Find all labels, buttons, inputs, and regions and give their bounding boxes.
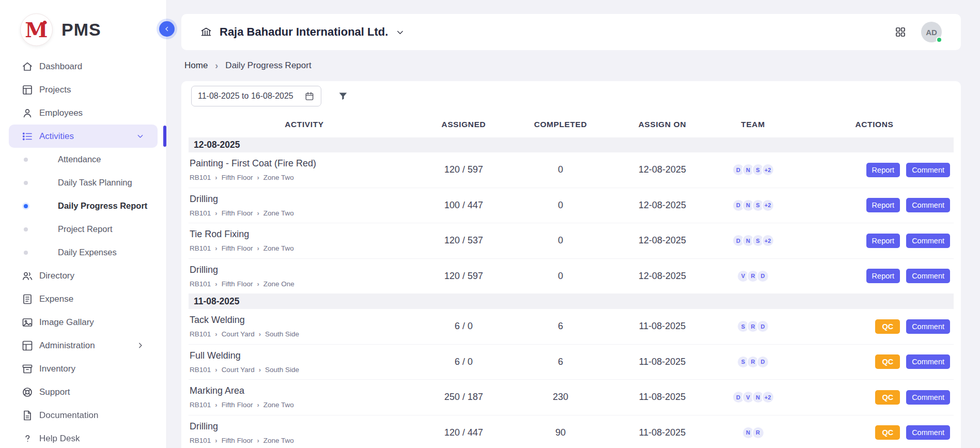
sidebar-collapse-button[interactable]	[159, 21, 175, 37]
activity-name[interactable]: Drilling	[190, 194, 420, 205]
activity-cell: Painting - First Coat (Fire Red) RB101›F…	[189, 158, 420, 181]
comment-button[interactable]: Comment	[906, 198, 950, 212]
sidebar-item-label: Expense	[39, 294, 73, 304]
path-chevron-icon: ›	[215, 174, 217, 181]
topbar: Raja Bahadur International Ltd. AD	[181, 14, 961, 50]
path-segment: South Side	[265, 366, 299, 374]
activity-name[interactable]: Drilling	[190, 265, 420, 275]
sidebar-nav: DashboardProjectsEmployeesActivitiesAtte…	[0, 53, 166, 448]
comment-button[interactable]: Comment	[906, 163, 950, 177]
comment-button[interactable]: Comment	[906, 390, 950, 405]
table-body: 12-08-2025 Painting - First Coat (Fire R…	[189, 137, 954, 448]
activity-name[interactable]: Full Welding	[190, 350, 420, 361]
qc-button[interactable]: QC	[875, 354, 900, 369]
sidebar-subitem-daily-progress-report[interactable]: Daily Progress Report	[9, 194, 158, 218]
path-chevron-icon: ›	[257, 401, 259, 409]
apps-grid-icon[interactable]	[894, 26, 907, 38]
sidebar-subitem-daily-task-planning[interactable]: Daily Task Planning	[9, 171, 158, 194]
activity-location-path: RB101›Court Yard›South Side	[190, 330, 420, 338]
comment-button[interactable]: Comment	[906, 425, 950, 440]
team-avatar[interactable]: R	[752, 426, 765, 439]
activity-location-path: RB101›Fifth Floor›Zone Two	[190, 174, 420, 181]
sidebar-item-projects[interactable]: Projects	[9, 78, 158, 101]
qc-button[interactable]: QC	[875, 319, 900, 334]
sidebar-submenu: AttendanceDaily Task PlanningDaily Progr…	[9, 148, 158, 264]
activity-location-path: RB101›Fifth Floor›Zone One	[190, 280, 420, 288]
activity-location-path: RB101›Court Yard›South Side	[190, 366, 420, 374]
path-chevron-icon: ›	[257, 437, 259, 444]
sidebar-item-administration[interactable]: Administration	[9, 334, 158, 357]
team-avatar[interactable]: D	[756, 356, 769, 368]
sidebar-item-employees[interactable]: Employees	[9, 101, 158, 125]
path-segment: RB101	[190, 366, 211, 374]
report-button[interactable]: Report	[866, 163, 900, 177]
comment-button[interactable]: Comment	[906, 269, 950, 283]
user-avatar[interactable]: AD	[921, 22, 942, 42]
assigned-value: 250 / 187	[420, 392, 507, 403]
activity-row: Drilling RB101›Fifth Floor›Zone One 120 …	[189, 259, 954, 295]
path-chevron-icon: ›	[215, 209, 217, 217]
comment-button[interactable]: Comment	[906, 234, 950, 248]
completed-value: 0	[507, 164, 614, 175]
activity-name[interactable]: Tack Welding	[190, 315, 420, 326]
team-avatar[interactable]: +2	[761, 163, 774, 176]
activity-location-path: RB101›Fifth Floor›Zone Two	[190, 437, 420, 444]
activity-cell: Drilling RB101›Fifth Floor›Zone Two	[189, 421, 420, 444]
path-segment: RB101	[190, 401, 211, 409]
sidebar-item-activities[interactable]: Activities	[9, 125, 158, 148]
sidebar-item-support[interactable]: Support	[9, 380, 158, 404]
path-chevron-icon: ›	[215, 366, 217, 374]
date-group-header: 12-08-2025	[189, 137, 954, 152]
sidebar-item-help-desk[interactable]: Help Desk	[9, 427, 158, 448]
path-segment: South Side	[265, 330, 299, 338]
online-status-dot	[936, 37, 942, 43]
activity-name[interactable]: Marking Area	[190, 385, 420, 396]
qc-button[interactable]: QC	[875, 390, 900, 405]
actions-cell: ReportComment	[795, 198, 954, 212]
sidebar-item-documentation[interactable]: Documentation	[9, 404, 158, 427]
column-header-actions: ACTIONS	[795, 120, 954, 129]
actions-cell: ReportComment	[795, 269, 954, 283]
filter-icon[interactable]	[337, 90, 349, 102]
sidebar-item-image-gallary[interactable]: Image Gallary	[9, 311, 158, 334]
sidebar-item-directory[interactable]: Directory	[9, 264, 158, 287]
sidebar-subitem-attendance[interactable]: Attendance	[9, 148, 158, 171]
team-avatar[interactable]: +2	[761, 391, 774, 404]
path-segment: Fifth Floor	[222, 437, 253, 444]
actions-cell: QCComment	[795, 354, 954, 369]
column-header-completed: COMPLETED	[507, 120, 614, 129]
breadcrumb-item-home[interactable]: Home	[184, 60, 208, 71]
team-avatar[interactable]: +2	[761, 199, 774, 212]
path-segment: RB101	[190, 209, 211, 217]
report-button[interactable]: Report	[866, 234, 900, 248]
path-segment: Zone Two	[263, 174, 294, 181]
sidebar-subitem-daily-expenses[interactable]: Daily Expenses	[9, 241, 158, 264]
activity-name[interactable]: Painting - First Coat (Fire Red)	[190, 158, 420, 169]
company-selector[interactable]: Raja Bahadur International Ltd.	[200, 25, 405, 39]
report-button[interactable]: Report	[866, 198, 900, 212]
report-button[interactable]: Report	[866, 269, 900, 283]
assign-on-value: 11-08-2025	[614, 357, 711, 367]
qc-button[interactable]: QC	[875, 425, 900, 440]
path-segment: RB101	[190, 330, 211, 338]
sidebar-subitem-project-report[interactable]: Project Report	[9, 218, 158, 241]
path-segment: Fifth Floor	[222, 244, 253, 252]
sidebar-subitem-label: Project Report	[58, 224, 112, 234]
breadcrumb: Home›Daily Progress Report	[184, 60, 961, 71]
team-cell: DNS+2	[711, 163, 795, 176]
sidebar-item-inventory[interactable]: Inventory	[9, 357, 158, 380]
date-range-picker[interactable]: 11-08-2025 to 16-08-2025	[191, 86, 321, 106]
team-avatar[interactable]: +2	[761, 234, 774, 247]
activity-name[interactable]: Drilling	[190, 421, 420, 432]
directory-icon	[21, 270, 34, 282]
activity-cell: Tie Rod Fixing RB101›Fifth Floor›Zone Tw…	[189, 229, 420, 252]
sidebar-item-expense[interactable]: Expense	[9, 287, 158, 311]
completed-value: 0	[507, 200, 614, 211]
expense-icon	[21, 293, 34, 305]
sidebar-item-dashboard[interactable]: Dashboard	[9, 55, 158, 78]
team-avatar[interactable]: D	[756, 270, 769, 283]
activity-name[interactable]: Tie Rod Fixing	[190, 229, 420, 240]
comment-button[interactable]: Comment	[906, 319, 950, 334]
team-avatar[interactable]: D	[756, 320, 769, 333]
comment-button[interactable]: Comment	[906, 354, 950, 369]
